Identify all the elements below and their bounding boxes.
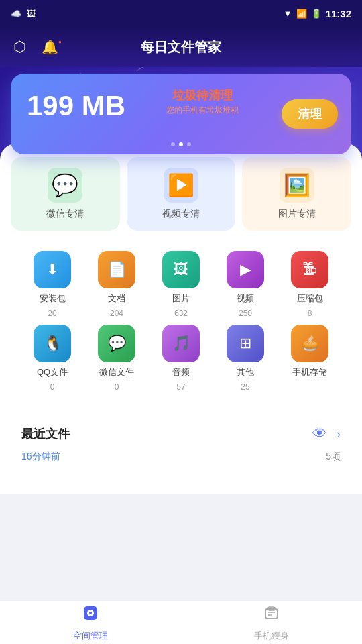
zip-label: 压缩包 [297,292,323,305]
file-item-zip[interactable]: 🗜 压缩包 8 [279,251,341,318]
file-item-wechat[interactable]: 💬 微信文件 0 [86,325,147,392]
nav-item-space[interactable]: 空间管理 [0,601,181,644]
bottom-navigation: 空间管理 手机瘦身 [0,600,362,644]
doc-label: 文档 [108,292,125,305]
video-clean-item[interactable]: ▶️ 视频专清 [127,157,236,231]
install-count: 20 [48,309,56,318]
video-clean-icon: ▶️ [164,168,198,203]
dot-2 [179,142,183,146]
wechat-clean-label: 微信专清 [46,208,84,220]
file-item-doc[interactable]: 📄 文档 204 [86,251,147,318]
file-item-image[interactable]: 🖼 图片 632 [150,251,212,318]
video-count: 250 [239,309,252,318]
music-label: 音频 [172,366,190,378]
qq-label: QQ文件 [37,366,68,378]
video-icon: ▶ [227,251,264,288]
storage-badge: 垃圾待清理 您的手机有垃圾堆积 [166,87,239,116]
recent-meta: 16分钟前 5项 [21,451,341,463]
file-item-video[interactable]: ▶ 视频 250 [215,251,276,318]
badge-title: 垃圾待清理 [172,87,233,103]
file-item-qq[interactable]: 🐧 QQ文件 0 [21,325,83,392]
storage-label: 手机存储 [292,366,327,378]
video-clean-label: 视频专清 [162,208,200,220]
status-right-icons: ▼ 📶 🔋 11:32 [284,8,351,19]
status-time: 11:32 [326,8,351,19]
slim-nav-label: 手机瘦身 [254,630,289,642]
hexagon-icon[interactable]: ⬡ [13,38,26,56]
file-item-other[interactable]: ⊞ 其他 25 [215,325,276,392]
nav-item-slim[interactable]: 手机瘦身 [181,601,362,644]
doc-count: 204 [110,309,123,318]
wechat-clean-item[interactable]: 💬 微信专清 [11,157,120,231]
dot-3 [187,142,191,146]
space-nav-label: 空间管理 [73,630,108,642]
doc-icon: 📄 [98,251,135,288]
recent-count: 5项 [326,451,341,463]
card-indicator [171,142,191,146]
other-count: 25 [241,382,249,392]
arrow-right-icon[interactable]: › [337,427,341,441]
photo-clean-label: 图片专清 [278,208,316,220]
recent-actions: 👁 › [312,425,341,443]
wechat-clean-icon: 💬 [48,168,82,203]
wechat-count: 0 [115,382,119,392]
image-label: 图片 [172,292,190,305]
status-bar: ☁️ 🖼 ▼ 📶 🔋 11:32 [0,0,362,27]
music-count: 57 [176,382,185,392]
space-nav-icon [81,604,100,627]
wechat-label: 微信文件 [99,366,134,378]
slim-nav-icon [262,604,281,627]
other-label: 其他 [237,366,254,378]
main-content: 199 MB 垃圾待清理 您的手机有垃圾堆积 清理 💬 微信专清 ▶️ 视频专清… [0,67,362,600]
badge-subtitle: 您的手机有垃圾堆积 [166,105,239,116]
bell-icon[interactable]: 🔔● [42,39,62,55]
battery-icon: 🔋 [311,9,322,19]
eye-icon[interactable]: 👁 [312,425,327,443]
status-left-icons: ☁️ 🖼 [11,9,36,19]
file-item-music[interactable]: 🎵 音频 57 [150,325,212,392]
wechat-icon: 💬 [98,325,135,362]
signal-icon: 📶 [296,9,307,19]
weather-icon: ☁️ [11,9,21,19]
video-label: 视频 [237,292,254,305]
storage-card: 199 MB 垃圾待清理 您的手机有垃圾堆积 清理 [11,74,351,154]
zip-count: 8 [308,309,312,318]
recent-header: 最近文件 👁 › [21,425,341,443]
file-grid: ⬇ 安装包 20 📄 文档 204 🖼 图片 632 [11,244,351,398]
file-item-storage[interactable]: 🥧 手机存储 [279,325,341,392]
app-header: ⬡ 🔔● 每日文件管家 [0,27,362,67]
image-count: 632 [174,309,188,318]
photo-clean-icon: 🖼️ [280,168,314,203]
image-icon: 🖼 [27,9,36,19]
recent-title: 最近文件 [21,426,70,442]
install-label: 安装包 [40,292,66,305]
recent-time: 16分钟前 [21,451,60,463]
dot-1 [171,142,175,146]
wifi-icon: ▼ [284,9,292,19]
svg-point-2 [89,612,92,614]
qq-count: 0 [50,382,55,392]
qq-icon: 🐧 [34,325,71,362]
install-icon: ⬇ [34,251,71,288]
storage-icon: 🥧 [291,325,328,362]
clean-button[interactable]: 清理 [282,99,338,129]
page-title: 每日文件管家 [13,38,349,56]
zip-icon: 🗜 [291,251,328,288]
photo-clean-item[interactable]: 🖼️ 图片专清 [242,157,351,231]
white-content-area: 💬 微信专清 ▶️ 视频专清 🖼️ 图片专清 ⬇ 安装包 20 [0,144,362,494]
image-icon: 🖼 [162,251,200,288]
other-icon: ⊞ [227,325,264,362]
music-icon: 🎵 [162,325,200,362]
quick-clean-row: 💬 微信专清 ▶️ 视频专清 🖼️ 图片专清 [11,157,351,231]
file-item-install[interactable]: ⬇ 安装包 20 [21,251,83,318]
recent-files-section: 最近文件 👁 › 16分钟前 5项 [11,415,351,474]
